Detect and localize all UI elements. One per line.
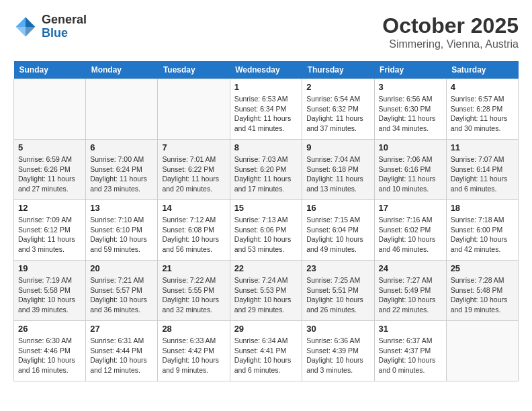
calendar-table: SundayMondayTuesdayWednesdayThursdayFrid… (13, 61, 519, 381)
day-info: Sunrise: 6:33 AM Sunset: 4:42 PM Dayligh… (162, 336, 225, 375)
calendar-cell: 20Sunrise: 7:21 AM Sunset: 5:57 PM Dayli… (86, 261, 158, 321)
day-info: Sunrise: 7:03 AM Sunset: 6:20 PM Dayligh… (234, 154, 298, 194)
svg-marker-3 (26, 27, 35, 36)
calendar-cell: 5Sunrise: 6:59 AM Sunset: 6:26 PM Daylig… (14, 140, 86, 200)
logo-icon (13, 15, 38, 39)
calendar-cell: 11Sunrise: 7:07 AM Sunset: 6:14 PM Dayli… (446, 140, 518, 200)
calendar-cell: 16Sunrise: 7:15 AM Sunset: 6:04 PM Dayli… (302, 200, 374, 261)
day-info: Sunrise: 7:06 AM Sunset: 6:16 PM Dayligh… (379, 154, 442, 194)
day-info: Sunrise: 7:19 AM Sunset: 5:58 PM Dayligh… (18, 275, 81, 315)
calendar-cell: 29Sunrise: 6:34 AM Sunset: 4:41 PM Dayli… (230, 321, 302, 381)
day-info: Sunrise: 6:36 AM Sunset: 4:39 PM Dayligh… (306, 336, 369, 375)
title-block: October 2025 Simmering, Vienna, Austria (382, 13, 519, 50)
day-info: Sunrise: 6:59 AM Sunset: 6:26 PM Dayligh… (18, 154, 81, 194)
day-number: 11 (451, 142, 514, 152)
calendar-week-row: 19Sunrise: 7:19 AM Sunset: 5:58 PM Dayli… (14, 261, 519, 321)
day-info: Sunrise: 6:54 AM Sunset: 6:32 PM Dayligh… (306, 94, 369, 134)
weekday-header-sunday: Sunday (14, 61, 86, 79)
page-header: General Blue October 2025 Simmering, Vie… (13, 13, 519, 50)
calendar-cell: 3Sunrise: 6:56 AM Sunset: 6:30 PM Daylig… (374, 79, 446, 140)
day-number: 20 (90, 263, 153, 273)
calendar-cell: 8Sunrise: 7:03 AM Sunset: 6:20 PM Daylig… (230, 140, 302, 200)
day-number: 7 (162, 142, 225, 152)
calendar-week-row: 5Sunrise: 6:59 AM Sunset: 6:26 PM Daylig… (14, 140, 519, 200)
logo-text: General Blue (42, 13, 87, 40)
day-number: 12 (18, 203, 81, 213)
day-number: 2 (306, 82, 369, 92)
calendar-cell: 28Sunrise: 6:33 AM Sunset: 4:42 PM Dayli… (158, 321, 230, 381)
weekday-header-row: SundayMondayTuesdayWednesdayThursdayFrid… (14, 61, 519, 79)
month-title: October 2025 (382, 13, 519, 38)
day-info: Sunrise: 7:24 AM Sunset: 5:53 PM Dayligh… (234, 275, 298, 315)
calendar-cell: 22Sunrise: 7:24 AM Sunset: 5:53 PM Dayli… (230, 261, 302, 321)
day-info: Sunrise: 6:30 AM Sunset: 4:46 PM Dayligh… (18, 336, 81, 375)
day-number: 22 (234, 263, 298, 273)
day-number: 1 (234, 82, 298, 92)
logo-general: General (42, 13, 87, 26)
calendar-cell: 9Sunrise: 7:04 AM Sunset: 6:18 PM Daylig… (302, 140, 374, 200)
calendar-cell: 12Sunrise: 7:09 AM Sunset: 6:12 PM Dayli… (14, 200, 86, 261)
day-info: Sunrise: 7:16 AM Sunset: 6:02 PM Dayligh… (379, 215, 442, 255)
calendar-cell: 19Sunrise: 7:19 AM Sunset: 5:58 PM Dayli… (14, 261, 86, 321)
calendar-cell (158, 79, 230, 140)
day-number: 8 (234, 142, 298, 152)
day-number: 27 (90, 324, 153, 334)
calendar-cell: 4Sunrise: 6:57 AM Sunset: 6:28 PM Daylig… (446, 79, 518, 140)
calendar-cell: 31Sunrise: 6:37 AM Sunset: 4:37 PM Dayli… (374, 321, 446, 381)
day-info: Sunrise: 7:09 AM Sunset: 6:12 PM Dayligh… (18, 215, 81, 255)
location-subtitle: Simmering, Vienna, Austria (382, 38, 519, 50)
day-info: Sunrise: 7:21 AM Sunset: 5:57 PM Dayligh… (90, 275, 153, 315)
weekday-header-tuesday: Tuesday (158, 61, 230, 79)
calendar-cell: 30Sunrise: 6:36 AM Sunset: 4:39 PM Dayli… (302, 321, 374, 381)
day-info: Sunrise: 7:25 AM Sunset: 5:51 PM Dayligh… (306, 275, 369, 315)
calendar-cell: 6Sunrise: 7:00 AM Sunset: 6:24 PM Daylig… (86, 140, 158, 200)
day-info: Sunrise: 6:37 AM Sunset: 4:37 PM Dayligh… (379, 336, 442, 375)
day-number: 9 (306, 142, 369, 152)
day-info: Sunrise: 7:22 AM Sunset: 5:55 PM Dayligh… (162, 275, 225, 315)
calendar-cell: 26Sunrise: 6:30 AM Sunset: 4:46 PM Dayli… (14, 321, 86, 381)
weekday-header-friday: Friday (374, 61, 446, 79)
day-number: 26 (18, 324, 81, 334)
day-number: 17 (379, 203, 442, 213)
calendar-cell: 24Sunrise: 7:27 AM Sunset: 5:49 PM Dayli… (374, 261, 446, 321)
calendar-cell: 10Sunrise: 7:06 AM Sunset: 6:16 PM Dayli… (374, 140, 446, 200)
day-number: 16 (306, 203, 369, 213)
calendar-cell: 14Sunrise: 7:12 AM Sunset: 6:08 PM Dayli… (158, 200, 230, 261)
day-number: 21 (162, 263, 225, 273)
calendar-week-row: 26Sunrise: 6:30 AM Sunset: 4:46 PM Dayli… (14, 321, 519, 381)
calendar-cell: 7Sunrise: 7:01 AM Sunset: 6:22 PM Daylig… (158, 140, 230, 200)
day-info: Sunrise: 6:56 AM Sunset: 6:30 PM Dayligh… (379, 94, 442, 134)
weekday-header-saturday: Saturday (446, 61, 518, 79)
day-number: 10 (379, 142, 442, 152)
day-number: 6 (90, 142, 153, 152)
calendar-week-row: 12Sunrise: 7:09 AM Sunset: 6:12 PM Dayli… (14, 200, 519, 261)
day-info: Sunrise: 7:27 AM Sunset: 5:49 PM Dayligh… (379, 275, 442, 315)
day-number: 3 (379, 82, 442, 92)
day-info: Sunrise: 6:53 AM Sunset: 6:34 PM Dayligh… (234, 94, 298, 134)
day-number: 4 (451, 82, 514, 92)
weekday-header-monday: Monday (86, 61, 158, 79)
svg-marker-2 (16, 27, 26, 36)
weekday-header-wednesday: Wednesday (230, 61, 302, 79)
svg-marker-1 (16, 17, 26, 26)
calendar-cell: 25Sunrise: 7:28 AM Sunset: 5:48 PM Dayli… (446, 261, 518, 321)
day-info: Sunrise: 7:01 AM Sunset: 6:22 PM Dayligh… (162, 154, 225, 194)
calendar-cell (446, 321, 518, 381)
day-info: Sunrise: 7:18 AM Sunset: 6:00 PM Dayligh… (451, 215, 514, 255)
calendar-cell (86, 79, 158, 140)
day-number: 28 (162, 324, 225, 334)
day-info: Sunrise: 7:13 AM Sunset: 6:06 PM Dayligh… (234, 215, 298, 255)
day-info: Sunrise: 6:57 AM Sunset: 6:28 PM Dayligh… (451, 94, 514, 134)
day-number: 25 (451, 263, 514, 273)
logo-blue: Blue (42, 26, 68, 40)
day-number: 19 (18, 263, 81, 273)
day-number: 29 (234, 324, 298, 334)
calendar-week-row: 1Sunrise: 6:53 AM Sunset: 6:34 PM Daylig… (14, 79, 519, 140)
logo: General Blue (13, 13, 87, 40)
svg-marker-0 (26, 17, 35, 26)
calendar-cell: 27Sunrise: 6:31 AM Sunset: 4:44 PM Dayli… (86, 321, 158, 381)
day-number: 23 (306, 263, 369, 273)
calendar-cell: 21Sunrise: 7:22 AM Sunset: 5:55 PM Dayli… (158, 261, 230, 321)
day-info: Sunrise: 6:31 AM Sunset: 4:44 PM Dayligh… (90, 336, 153, 375)
day-info: Sunrise: 7:10 AM Sunset: 6:10 PM Dayligh… (90, 215, 153, 255)
